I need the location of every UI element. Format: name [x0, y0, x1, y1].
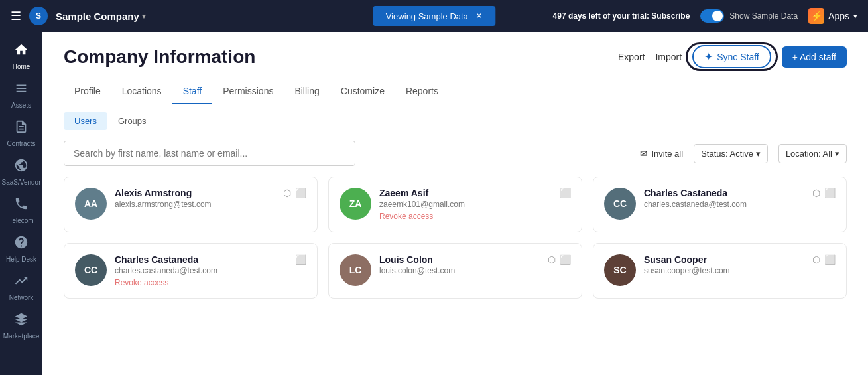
invite-all-button[interactable]: ✉ Invite all: [640, 149, 683, 159]
tab-billing[interactable]: Billing: [284, 79, 330, 104]
staff-info: Alexis Armstrong alexis.armstrong@test.c…: [115, 188, 275, 209]
staff-avatar: AA: [75, 188, 107, 220]
staff-card-alexis-armstrong[interactable]: AA Alexis Armstrong alexis.armstrong@tes…: [64, 177, 318, 232]
hamburger-icon[interactable]: ☰: [11, 9, 21, 23]
staff-toolbar: ✉ Invite all Status: Active ▾ Location: …: [42, 130, 868, 177]
staff-info: Charles Castaneda charles.castaneda@test…: [115, 254, 287, 287]
staff-card-charles-castaneda-2[interactable]: CC Charles Castaneda charles.castaneda@t…: [64, 243, 318, 299]
tab-reports[interactable]: Reports: [395, 79, 449, 104]
header-actions: Export Import ✦ Sync Staff + Add staff: [618, 45, 847, 68]
staff-name: Alexis Armstrong: [115, 188, 275, 198]
send-icon[interactable]: ⬡: [283, 188, 291, 198]
staff-avatar: LC: [340, 254, 371, 286]
sidebar-item-telecom[interactable]: Telecom: [0, 191, 42, 230]
staff-avatar: CC: [75, 254, 107, 286]
import-button[interactable]: Import: [655, 52, 682, 62]
staff-card-louis-colon[interactable]: LC Louis Colon louis.colon@test.com ⬡⬜: [328, 243, 582, 299]
toolbar-right: ✉ Invite all Status: Active ▾ Location: …: [640, 144, 847, 163]
staff-card-susan-cooper[interactable]: SC Susan Cooper susan.cooper@test.com ⬡⬜: [593, 243, 847, 299]
sample-data-toggle[interactable]: [700, 9, 724, 23]
staff-actions: ⬜: [560, 188, 571, 198]
staff-card-charles-castaneda-1[interactable]: CC Charles Castaneda charles.castaneda@t…: [593, 177, 847, 232]
trial-text: 497 days left of your trial: Subscribe: [553, 11, 690, 21]
staff-actions: ⬡⬜: [548, 254, 571, 265]
edit-icon[interactable]: ⬜: [560, 254, 571, 265]
send-icon[interactable]: ⬡: [548, 254, 556, 265]
staff-name: Charles Castaneda: [644, 188, 804, 198]
sidebar-item-help-desk[interactable]: Help Desk: [0, 230, 42, 268]
staff-name: Zaeem Asif: [379, 188, 552, 198]
sync-icon: ✦: [704, 50, 713, 63]
contracts-icon: [14, 119, 29, 137]
edit-icon[interactable]: ⬜: [824, 254, 836, 265]
saas-icon: [14, 158, 29, 176]
staff-email: zaeemk101@gmail.com: [379, 200, 552, 209]
send-icon[interactable]: ⬡: [812, 188, 820, 198]
assets-icon: [14, 81, 29, 99]
sync-staff-button[interactable]: ✦ Sync Staff: [692, 45, 771, 68]
apps-icon: ⚡: [808, 8, 824, 24]
edit-icon[interactable]: ⬜: [295, 188, 306, 198]
subscribe-link[interactable]: Subscribe: [651, 11, 690, 21]
sidebar: Home Assets Contracts SaaS/Vendor Teleco…: [0, 32, 42, 375]
sub-tab-users[interactable]: Users: [64, 112, 107, 130]
envelope-icon: ✉: [640, 149, 647, 159]
staff-email: alexis.armstrong@test.com: [115, 200, 275, 209]
close-banner-button[interactable]: ×: [476, 10, 482, 22]
marketplace-icon: [14, 312, 29, 330]
home-icon: [14, 42, 29, 60]
staff-email: charles.castaneda@test.com: [115, 266, 287, 275]
tab-locations[interactable]: Locations: [111, 79, 172, 104]
add-staff-button[interactable]: + Add staff: [782, 46, 847, 68]
company-name-button[interactable]: Sample Company ▾: [56, 11, 146, 22]
staff-info: Susan Cooper susan.cooper@test.com: [644, 254, 804, 275]
tab-profile[interactable]: Profile: [64, 79, 111, 104]
sidebar-item-marketplace[interactable]: Marketplace: [0, 307, 42, 345]
search-input[interactable]: [64, 141, 355, 166]
tab-customize[interactable]: Customize: [330, 79, 395, 104]
export-button[interactable]: Export: [618, 52, 645, 62]
help-desk-icon: [14, 235, 29, 253]
revoke-access-link[interactable]: Revoke access: [379, 212, 552, 221]
edit-icon[interactable]: ⬜: [295, 254, 306, 265]
staff-avatar: SC: [604, 254, 636, 286]
staff-grid: AA Alexis Armstrong alexis.armstrong@tes…: [42, 177, 868, 315]
sidebar-item-home[interactable]: Home: [0, 37, 42, 76]
apps-button[interactable]: ⚡ Apps ▾: [808, 8, 857, 24]
staff-card-zaeem-asif[interactable]: ZA Zaeem Asif zaeemk101@gmail.com Revoke…: [328, 177, 582, 232]
tab-staff[interactable]: Staff: [172, 79, 213, 104]
staff-name: Susan Cooper: [644, 254, 804, 265]
staff-name: Charles Castaneda: [115, 254, 287, 265]
staff-avatar: CC: [604, 188, 636, 220]
location-filter-dropdown[interactable]: Location: All ▾: [778, 144, 847, 163]
staff-info: Charles Castaneda charles.castaneda@test…: [644, 188, 804, 209]
page-header: Company Information Export Import ✦ Sync…: [42, 32, 868, 68]
status-filter-dropdown[interactable]: Status: Active ▾: [694, 144, 768, 163]
network-icon: [14, 273, 29, 291]
send-icon[interactable]: ⬡: [812, 254, 820, 265]
staff-name: Louis Colon: [379, 254, 540, 265]
staff-actions: ⬡⬜: [812, 254, 836, 265]
sample-data-banner: Viewing Sample Data ×: [373, 6, 495, 26]
sidebar-item-assets[interactable]: Assets: [0, 76, 42, 114]
main-tabs: Profile Locations Staff Permissions Bill…: [42, 79, 868, 104]
chevron-down-icon: ▾: [835, 149, 839, 159]
tab-permissions[interactable]: Permissions: [212, 79, 284, 104]
main-content: Company Information Export Import ✦ Sync…: [42, 32, 868, 375]
staff-info: Louis Colon louis.colon@test.com: [379, 254, 540, 275]
sidebar-item-contracts[interactable]: Contracts: [0, 114, 42, 153]
topbar: ☰ S Sample Company ▾ Viewing Sample Data…: [0, 0, 868, 32]
edit-icon[interactable]: ⬜: [824, 188, 836, 198]
sub-tab-groups[interactable]: Groups: [107, 112, 157, 130]
staff-email: charles.castaneda@test.com: [644, 200, 804, 209]
staff-actions: ⬡⬜: [283, 188, 306, 198]
page-title: Company Information: [64, 46, 255, 68]
sidebar-item-network[interactable]: Network: [0, 268, 42, 307]
revoke-access-link[interactable]: Revoke access: [115, 278, 287, 287]
sub-tabs: Users Groups: [42, 104, 868, 130]
staff-email: susan.cooper@test.com: [644, 266, 804, 275]
staff-info: Zaeem Asif zaeemk101@gmail.com Revoke ac…: [379, 188, 552, 221]
edit-icon[interactable]: ⬜: [560, 188, 571, 198]
sidebar-item-saas-vendor[interactable]: SaaS/Vendor: [0, 153, 42, 191]
telecom-icon: [14, 196, 29, 214]
